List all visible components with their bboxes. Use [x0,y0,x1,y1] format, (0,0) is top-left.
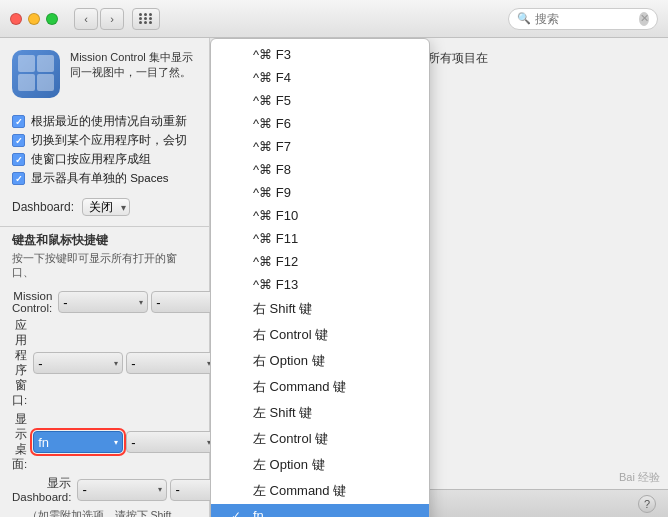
checkbox-label-1: 切换到某个应用程序时，会切 [31,133,187,148]
menu-item-13[interactable]: 右 Option 键 [211,348,429,374]
shortcut-row-app-window: 应用程序窗口: - ▾ - ▾ [0,316,209,410]
minimize-button[interactable] [28,13,40,25]
grid-view-button[interactable] [132,8,160,30]
shortcut-value-3b: - [175,482,179,497]
menu-item-5[interactable]: ^⌘ F8 [211,158,429,181]
menu-item-9[interactable]: ^⌘ F12 [211,250,429,273]
shortcut-label-0: Mission Control: [12,290,52,314]
menu-item-1[interactable]: ^⌘ F4 [211,66,429,89]
menu-item-2[interactable]: ^⌘ F5 [211,89,429,112]
shortcut-value-0b: - [156,295,160,310]
app-icon-graphic [16,53,56,95]
close-button[interactable] [10,13,22,25]
menu-item-15[interactable]: 左 Shift 键 [211,400,429,426]
dropdown-menu[interactable]: ^⌘ F3 ^⌘ F4 ^⌘ F5 ^⌘ F6 ^⌘ F7 ^⌘ F8 [210,38,430,517]
checkbox-3[interactable] [12,172,25,185]
menu-item-label-16: 左 Control 键 [253,430,409,448]
menu-item-label-2: ^⌘ F5 [253,93,409,108]
menu-item-3[interactable]: ^⌘ F6 [211,112,429,135]
grid-dots-icon [139,13,153,24]
shortcut-controls-2: fn ▾ - ▾ [33,431,216,453]
right-panel: 屏幕应用程序的缩略图及 Dashboard。所有项目在 开窗口的 Space ^… [210,38,668,517]
checkbox-label-2: 使窗口按应用程序成组 [31,152,151,167]
help-button[interactable]: ? [638,495,656,513]
nav-back-button[interactable]: ‹ [74,8,98,30]
checkbox-label-0: 根据最近的使用情况自动重新 [31,114,187,129]
keyboard-section-desc: 按一下按键即可显示所有打开的窗口、 [12,252,197,280]
search-input[interactable] [535,12,635,26]
shortcut-row-show-desktop: 显示桌面: fn ▾ - ▾ [0,410,209,474]
dashboard-select[interactable]: 关闭 [82,198,130,216]
shortcut-dropdown-3a[interactable]: - ▾ [77,479,167,501]
shortcut-dropdown-2b[interactable]: - ▾ [126,431,216,453]
menu-item-0[interactable]: ^⌘ F3 [211,43,429,66]
nav-forward-button[interactable]: › [100,8,124,30]
shortcut-dropdown-2a[interactable]: fn ▾ [33,431,123,453]
footnote: （如需附加选项，请按下 Shift、Control、Option 或 Comma… [0,505,209,517]
menu-item-label-5: ^⌘ F8 [253,162,409,177]
menu-check-icon: ✓ [231,509,245,518]
checkbox-label-3: 显示器具有单独的 Spaces [31,171,169,186]
shortcut-dropdown-1a[interactable]: - ▾ [33,352,123,374]
menu-item-label-9: ^⌘ F12 [253,254,409,269]
menu-item-6[interactable]: ^⌘ F9 [211,181,429,204]
menu-item-10[interactable]: ^⌘ F13 [211,273,429,296]
maximize-button[interactable] [46,13,58,25]
svg-rect-0 [18,55,35,72]
menu-item-16[interactable]: 左 Control 键 [211,426,429,452]
keyboard-section-title: 键盘和鼠标快捷键 [12,233,197,248]
shortcut-controls-1: - ▾ - ▾ [33,352,216,374]
menu-item-label-8: ^⌘ F11 [253,231,409,246]
menu-item-label-17: 左 Option 键 [253,456,409,474]
shortcut-value-1a: - [38,356,42,371]
left-panel: Mission Control 集中显示 同一视图中，一目了然。 根据最近的使用… [0,38,210,517]
checkbox-row-0[interactable]: 根据最近的使用情况自动重新 [12,112,197,131]
menu-item-17[interactable]: 左 Option 键 [211,452,429,478]
checkbox-1[interactable] [12,134,25,147]
dashboard-select-wrapper[interactable]: 关闭 [82,198,130,216]
dropdown-arrow-icon: ▾ [158,485,162,494]
menu-item-label-1: ^⌘ F4 [253,70,409,85]
dashboard-label: Dashboard: [12,200,74,214]
menu-item-8[interactable]: ^⌘ F11 [211,227,429,250]
menu-item-label-4: ^⌘ F7 [253,139,409,154]
shortcut-dropdown-1b[interactable]: - ▾ [126,352,216,374]
menu-item-12[interactable]: 右 Control 键 [211,322,429,348]
menu-item-7[interactable]: ^⌘ F10 [211,204,429,227]
traffic-lights [10,13,58,25]
svg-rect-2 [18,74,35,91]
app-icon [12,50,60,98]
checkbox-row-2[interactable]: 使窗口按应用程序成组 [12,150,197,169]
shortcut-label-1: 应用程序窗口: [12,318,27,408]
menu-item-11[interactable]: 右 Shift 键 [211,296,429,322]
menu-item-label-15: 左 Shift 键 [253,404,409,422]
shortcut-value-3a: - [82,482,86,497]
menu-item-label-3: ^⌘ F6 [253,116,409,131]
menu-item-4[interactable]: ^⌘ F7 [211,135,429,158]
svg-rect-1 [37,55,54,72]
shortcut-row-mission-control: Mission Control: - ▾ - ▾ [0,288,209,316]
checkbox-row-3[interactable]: 显示器具有单独的 Spaces [12,169,197,188]
dropdown-arrow-icon: ▾ [114,359,118,368]
app-description: Mission Control 集中显示 同一视图中，一目了然。 [70,50,193,81]
shortcut-block: Mission Control: - ▾ - ▾ 应用程序窗口: [0,288,209,505]
menu-item-label-10: ^⌘ F13 [253,277,409,292]
search-icon: 🔍 [517,12,531,25]
shortcut-dropdown-0a[interactable]: - ▾ [58,291,148,313]
menu-item-label-11: 右 Shift 键 [253,300,409,318]
clear-search-button[interactable]: ✕ [639,12,649,26]
menu-item-label-13: 右 Option 键 [253,352,409,370]
menu-item-label-14: 右 Command 键 [253,378,409,396]
checkbox-row-1[interactable]: 切换到某个应用程序时，会切 [12,131,197,150]
menu-item-14[interactable]: 右 Command 键 [211,374,429,400]
search-box[interactable]: 🔍 ✕ [508,8,658,30]
checkbox-0[interactable] [12,115,25,128]
menu-item-label-19: fn [253,508,409,517]
menu-item-19[interactable]: ✓ fn [211,504,429,517]
menu-item-18[interactable]: 左 Command 键 [211,478,429,504]
shortcut-value-2a: fn [38,435,49,450]
nav-buttons: ‹ › [74,8,124,30]
shortcut-value-0a: - [63,295,67,310]
checkbox-2[interactable] [12,153,25,166]
menu-item-label-12: 右 Control 键 [253,326,409,344]
